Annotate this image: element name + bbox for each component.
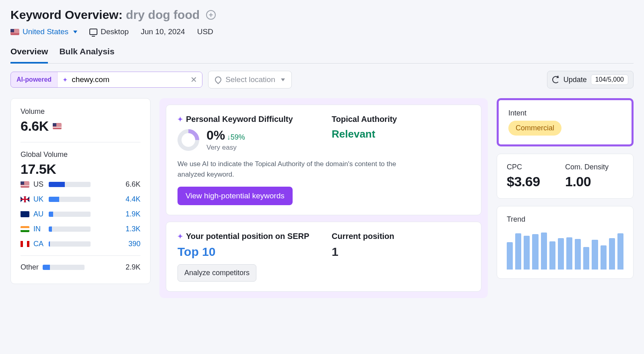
pkd-percent: 0% xyxy=(206,128,225,142)
chevron-down-icon xyxy=(281,78,285,81)
country-list: US6.6KUK4.4KAU1.9KIN1.3KCA390 xyxy=(21,177,140,251)
chevron-down-icon xyxy=(73,31,77,33)
device-label: Desktop xyxy=(101,27,129,36)
difficulty-donut xyxy=(173,124,204,155)
trend-bar xyxy=(575,239,581,270)
country-row: US6.6K xyxy=(21,177,140,192)
flag-us-icon xyxy=(53,123,62,129)
tab-bulk-analysis[interactable]: Bulk Analysis xyxy=(59,47,114,63)
country-code[interactable]: UK xyxy=(33,195,45,204)
filter-row: AI-powered ✦ ✕ Select location Update 10… xyxy=(10,71,634,88)
other-bar xyxy=(43,265,85,270)
flag-uk-icon xyxy=(21,196,29,202)
cpc-value: $3.69 xyxy=(507,174,565,189)
tabs: Overview Bulk Analysis xyxy=(10,47,634,64)
view-high-potential-button[interactable]: View high-potential keywords xyxy=(178,187,293,205)
clear-domain-icon[interactable]: ✕ xyxy=(190,75,197,84)
flag-au-icon xyxy=(21,211,29,217)
flag-in-icon xyxy=(21,226,29,232)
volume-bar xyxy=(49,212,91,217)
current-position-value: 1 xyxy=(332,245,470,259)
volume-card: Volume 6.6K Global Volume 17.5K US6.6KUK… xyxy=(10,98,151,284)
currency-label: USD xyxy=(197,27,213,36)
volume-bar xyxy=(49,241,91,247)
add-keyword-icon[interactable]: + xyxy=(206,10,216,20)
intent-label: Intent xyxy=(508,109,622,117)
desktop-icon xyxy=(89,29,97,35)
ai-description: We use AI to indicate the Topical Author… xyxy=(178,159,419,179)
pkd-title: ✦ Personal Keyword Difficulty xyxy=(178,115,316,124)
page-title: Keyword Overview: dry dog food xyxy=(10,8,200,22)
country-label: United States xyxy=(23,27,68,36)
domain-input[interactable] xyxy=(72,75,186,84)
pkd-title-text: Personal Keyword Difficulty xyxy=(186,115,293,124)
country-volume[interactable]: 1.9K xyxy=(126,210,140,218)
country-row-other: Other 2.9K xyxy=(21,260,140,275)
topical-value: Relevant xyxy=(332,128,470,140)
trend-bar xyxy=(592,240,598,270)
tab-overview[interactable]: Overview xyxy=(10,47,48,64)
global-volume-label: Global Volume xyxy=(21,150,140,159)
trend-label: Trend xyxy=(507,215,623,224)
title-prefix: Keyword Overview: xyxy=(10,8,122,21)
cpc-card: CPC $3.69 Com. Density 1.00 xyxy=(497,154,634,199)
serp-potential-title-text: Your potential position on SERP xyxy=(186,232,309,241)
pkd-sub: Very easy xyxy=(206,144,245,152)
volume-value: 6.6K xyxy=(21,118,140,134)
country-selector[interactable]: United States xyxy=(10,27,77,36)
trend-chart xyxy=(507,229,623,270)
country-code[interactable]: IN xyxy=(33,225,45,233)
volume-bar xyxy=(49,226,91,232)
country-code[interactable]: CA xyxy=(33,240,45,248)
trend-bar xyxy=(609,238,615,270)
device-indicator: Desktop xyxy=(89,27,129,36)
pkd-card: ✦ Personal Keyword Difficulty 0% ↓59% Ve… xyxy=(166,105,481,215)
country-volume[interactable]: 4.4K xyxy=(126,195,140,204)
location-pin-icon xyxy=(214,75,223,84)
intent-value: Commercial xyxy=(508,121,561,136)
sparkle-icon: ✦ xyxy=(62,76,68,84)
trend-card: Trend xyxy=(497,206,634,279)
country-volume[interactable]: 1.3K xyxy=(126,225,140,233)
flag-us-icon xyxy=(21,181,29,187)
ai-domain-wrapper: AI-powered ✦ ✕ xyxy=(10,72,202,88)
serp-potential-title: ✦ Your potential position on SERP xyxy=(178,232,316,241)
country-row: UK4.4K xyxy=(21,192,140,207)
current-position-title: Current position xyxy=(332,232,470,241)
flag-us-icon xyxy=(10,29,19,35)
update-quota: 104/5,000 xyxy=(591,74,628,85)
domain-input-wrap: ✦ ✕ xyxy=(57,72,202,87)
trend-bar xyxy=(549,241,555,270)
trend-bar xyxy=(524,236,530,270)
country-row: IN1.3K xyxy=(21,222,140,237)
volume-label: Volume xyxy=(21,107,140,116)
other-label: Other xyxy=(21,263,39,272)
update-button[interactable]: Update 104/5,000 xyxy=(547,71,634,88)
trend-bar xyxy=(515,233,521,270)
pkd-delta: ↓59% xyxy=(227,133,245,141)
country-row: CA390 xyxy=(21,237,140,251)
country-code[interactable]: AU xyxy=(33,210,45,218)
volume-bar xyxy=(49,182,91,187)
trend-bar xyxy=(617,233,623,270)
trend-bar xyxy=(558,238,564,270)
trend-bar xyxy=(541,233,547,270)
ai-section: ✦ Personal Keyword Difficulty 0% ↓59% Ve… xyxy=(159,98,488,298)
analyze-competitors-button[interactable]: Analyze competitors xyxy=(178,264,256,282)
trend-bar xyxy=(532,234,538,270)
com-density-label: Com. Density xyxy=(565,163,623,171)
keyword-text: dry dog food xyxy=(126,8,200,21)
trend-bar xyxy=(583,247,589,270)
date-label: Jun 10, 2024 xyxy=(141,27,185,36)
refresh-icon xyxy=(552,76,559,83)
sparkle-icon: ✦ xyxy=(178,115,183,123)
trend-bar xyxy=(507,242,513,270)
country-volume[interactable]: 390 xyxy=(128,240,140,248)
intent-card: Intent Commercial xyxy=(497,98,634,146)
serp-card: ✦ Your potential position on SERP Top 10… xyxy=(166,222,481,292)
flag-ca-icon xyxy=(21,241,29,247)
country-volume: 6.6K xyxy=(126,180,140,189)
cpc-label: CPC xyxy=(507,163,565,171)
country-row: AU1.9K xyxy=(21,207,140,222)
location-selector[interactable]: Select location xyxy=(208,71,292,88)
